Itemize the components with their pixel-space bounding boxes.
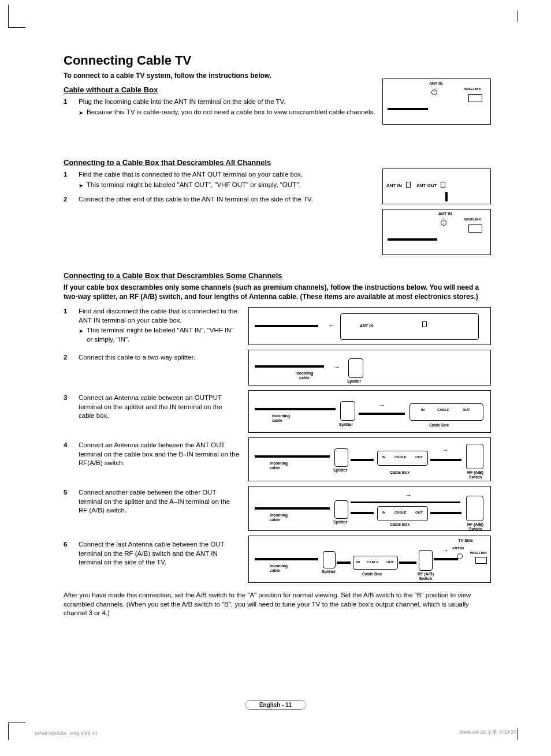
dia-label-cable-box: Cable Box <box>390 522 409 526</box>
rf-switch-icon <box>466 444 483 469</box>
dia-label-ant-in: ANT IN <box>438 212 452 216</box>
splitter-icon <box>323 551 336 568</box>
cable-icon <box>351 512 374 514</box>
footer-filename: BP68-00658A_Eng.indb 11 <box>35 731 98 736</box>
splitter-icon <box>348 358 363 378</box>
arrow-right-icon <box>442 547 449 555</box>
note-arrow-icon <box>79 326 83 344</box>
subnote-text: Because this TV is cable-ready, you do n… <box>87 108 375 117</box>
section-cable-without-box: Cable without a Cable Box 1 Plug the inc… <box>64 85 491 149</box>
dia-label-cable-box: Cable Box <box>429 423 449 427</box>
cable-icon <box>255 365 324 368</box>
cable-icon <box>430 512 461 514</box>
dia-label-ant-out: ANT OUT <box>416 183 437 188</box>
cable-icon <box>434 558 458 560</box>
section-cable-box-some: Connecting to a Cable Box that Descrambl… <box>64 271 491 618</box>
dia-label-out: OUT <box>386 560 394 564</box>
step-number: 4 <box>64 441 72 482</box>
step-text: Find the cable that is connected to the … <box>79 171 303 178</box>
ant-in-port-icon <box>441 220 446 226</box>
arrow-right-icon <box>333 363 340 371</box>
section2-step-1: 1 Find the cable that is connected to th… <box>64 170 375 189</box>
cable-icon <box>255 507 330 510</box>
step-number: 5 <box>64 488 72 534</box>
rf-switch-icon <box>466 496 483 521</box>
cable-icon <box>388 238 437 241</box>
cable-box-icon <box>409 403 483 421</box>
dia-label-cable: CABLE <box>394 511 407 514</box>
dia-label-out: OUT <box>415 511 423 514</box>
section3-diagram-4: Incoming cable Splitter IN CABLE OUT Cab… <box>248 437 491 481</box>
step-text: Connect an Antenna cable between an OUTP… <box>79 394 222 419</box>
section-cable-box-all: Connecting to a Cable Box that Descrambl… <box>64 158 491 262</box>
section3-desc: If your cable box descrambles only some … <box>64 283 491 301</box>
dia-label-incoming: Incoming cable <box>270 461 293 470</box>
step-text: Connect the last Antenna cable between t… <box>79 541 224 566</box>
dia-label-splitter: Splitter <box>339 422 353 426</box>
dia-label-wiselink: WISELINK <box>464 87 481 91</box>
section3-step-6: 6 Connect the last Antenna cable between… <box>64 540 240 584</box>
cable-icon <box>255 408 336 410</box>
cable-icon <box>255 325 318 327</box>
section1-diagram: ANT IN WISELINK <box>382 78 491 125</box>
section3-step-4: 4 Connect an Antenna cable between the A… <box>64 441 240 482</box>
cable-icon <box>351 501 460 503</box>
dia-label-ant-in: ANT IN <box>429 81 442 85</box>
step-number: 1 <box>64 170 72 189</box>
page-title: Connecting Cable TV <box>64 53 491 68</box>
section2-heading: Connecting to a Cable Box that Descrambl… <box>64 158 491 167</box>
subnote-text: This terminal might be labeled "ANT IN",… <box>87 326 240 344</box>
crop-mark-bottom-right <box>517 728 518 740</box>
step-text: Connect this cable to a two-way splitter… <box>79 354 195 361</box>
dia-label-in: IN <box>421 408 425 411</box>
step-number: 6 <box>64 540 72 584</box>
step-subnote: Because this TV is cable-ready, you do n… <box>79 108 375 117</box>
arrow-right-icon <box>442 446 449 454</box>
section2-diagram-2: ANT IN WISELINK <box>382 209 491 255</box>
step-number: 3 <box>64 394 72 435</box>
splitter-icon <box>334 500 348 519</box>
ant-in-port-icon <box>457 553 463 559</box>
cable-icon <box>255 558 318 560</box>
step-text: Connect an Antenna cable between the ANT… <box>79 441 239 466</box>
cable-icon <box>359 413 405 415</box>
dia-label-splitter: Splitter <box>333 468 347 472</box>
step-number: 2 <box>64 353 72 388</box>
wiselink-port-icon <box>468 224 482 233</box>
dia-label-in: IN <box>382 511 385 514</box>
arrow-right-icon <box>378 401 385 409</box>
ant-out-port-icon <box>441 182 445 188</box>
dia-label-incoming: Incoming cable <box>270 564 293 572</box>
cable-icon <box>351 459 374 461</box>
cable-icon <box>430 459 461 461</box>
dia-label-tv-side: TV Side <box>458 538 473 542</box>
section3-diagram-2: Incoming cable Splitter <box>248 350 491 386</box>
dia-label-out: OUT <box>463 408 470 411</box>
step-text: Connect the other end of this cable to t… <box>79 196 313 203</box>
section1-step-1: 1 Plug the incoming cable into the ANT I… <box>64 98 375 117</box>
wiselink-port-icon <box>475 557 487 564</box>
cable-icon <box>337 562 351 564</box>
splitter-icon <box>340 401 355 421</box>
section3-step-1: 1 Find and disconnect the cable that is … <box>64 307 240 347</box>
cable-icon <box>255 455 330 458</box>
ant-in-port-icon <box>431 89 437 95</box>
dia-label-incoming: Incoming cable <box>293 371 316 380</box>
dia-label-splitter: Splitter <box>347 379 361 383</box>
section3-step-5: 5 Connect another cable between the othe… <box>64 488 240 534</box>
section3-diagram-5: Incoming cable Splitter IN CABLE OUT Cab… <box>248 486 491 531</box>
crop-mark-top-left <box>8 10 25 28</box>
rf-switch-icon <box>419 550 433 571</box>
dia-label-rf-switch: RF (A/B) Switch <box>413 572 438 581</box>
step-text: Connect another cable between the other … <box>79 489 230 514</box>
subnote-text: This terminal might be labeled "ANT OUT"… <box>87 181 300 190</box>
dia-label-out: OUT <box>415 455 423 459</box>
dia-label-ant-in: ANT IN <box>386 183 402 188</box>
dia-label-cable: CABLE <box>367 560 379 564</box>
dia-label-incoming: Incoming cable <box>270 513 293 522</box>
dia-label-incoming: Incoming cable <box>272 414 295 422</box>
page-number-badge: English - 11 <box>245 700 306 710</box>
dia-label-rf-switch: RF (A/B) Switch <box>463 470 488 479</box>
step-text: Plug the incoming cable into the ANT IN … <box>79 98 285 105</box>
step-number: 1 <box>64 307 72 347</box>
